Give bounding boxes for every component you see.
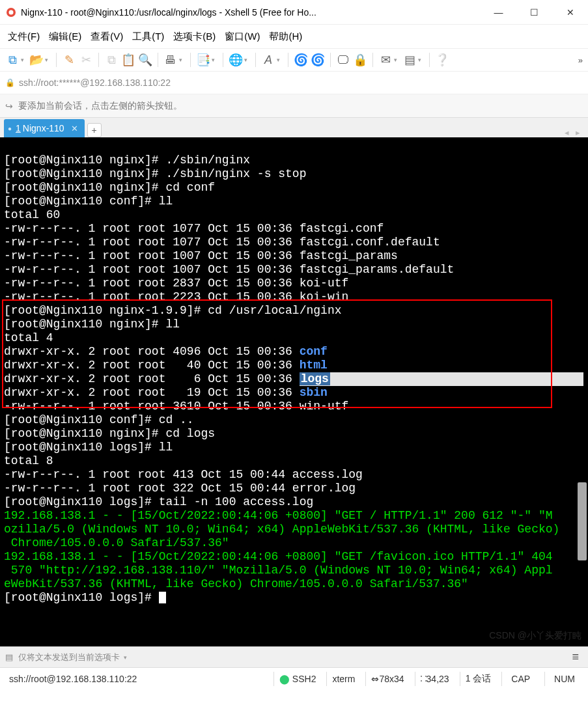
term-line: total 8 bbox=[4, 454, 53, 467]
terminal[interactable]: [root@Nginx110 nginx]# ./sbin/nginx [roo… bbox=[0, 137, 588, 646]
dir-html: html bbox=[300, 359, 328, 372]
tab-close-icon[interactable]: ✕ bbox=[71, 124, 78, 133]
term-line: [root@Nginx110 nginx-1.9.9]# cd /usr/loc… bbox=[4, 304, 341, 317]
term-line: eWebKit/537.36 (KHTML, like Gecko) Chrom… bbox=[4, 577, 468, 590]
menu-view[interactable]: 查看(V) bbox=[91, 31, 123, 43]
term-line: Chrome/105.0.0.0 Safari/537.36" bbox=[4, 536, 229, 549]
menu-edit[interactable]: 编辑(E) bbox=[49, 31, 81, 43]
term-line: -rw-r--r--. 1 root root 322 Oct 15 00:44… bbox=[4, 482, 356, 495]
open-icon[interactable]: 📂 bbox=[29, 52, 44, 68]
term-line: 192.168.138.1 - - [15/Oct/2022:00:44:06 … bbox=[4, 550, 553, 563]
term-line: [root@Nginx110 conf]# ll bbox=[4, 195, 173, 208]
xshell-icon[interactable]: 🌀 bbox=[294, 52, 308, 68]
term-line: [root@Nginx110 nginx]# cd logs bbox=[4, 427, 215, 440]
status-caps: CAP bbox=[501, 672, 539, 686]
status-size: ⇔ 78x34 bbox=[365, 672, 409, 686]
screen-icon[interactable]: 🖵 bbox=[336, 52, 350, 68]
term-line: [root@Nginx110 conf]# cd .. bbox=[4, 413, 194, 426]
font-icon[interactable]: A bbox=[261, 52, 275, 68]
dir-sbin: sbin bbox=[300, 386, 328, 399]
xftp-icon[interactable]: 🌀 bbox=[311, 52, 325, 68]
term-prompt: [root@Nginx110 logs]# bbox=[4, 591, 166, 604]
cursor-icon bbox=[159, 592, 166, 603]
term-line: total 60 bbox=[4, 208, 60, 221]
terminal-scrollbar[interactable] bbox=[578, 482, 587, 560]
term-line: [root@Nginx110 nginx]# ll bbox=[4, 318, 180, 331]
status-bar: ssh://root@192.168.138.110:22 ⬤SSH2 xter… bbox=[0, 667, 588, 689]
term-line: 192.168.138.1 - - [15/Oct/2022:00:44:06 … bbox=[4, 509, 553, 522]
compose-bar: ▤ 仅将文本发送到当前选项卡 ▾ ≡ bbox=[0, 646, 588, 667]
reconnect-icon[interactable]: ✎ bbox=[62, 52, 76, 68]
compose-bar-icon[interactable]: ▤ bbox=[402, 52, 417, 68]
term-line: drwxr-xr-x. 2 root root 19 Oct 15 00:36 … bbox=[4, 386, 328, 399]
minimize-button[interactable]: — bbox=[481, 0, 516, 25]
paste-icon[interactable]: 📋 bbox=[121, 52, 135, 68]
dir-logs: logs bbox=[300, 372, 330, 385]
tab-next-icon[interactable]: ▸ bbox=[576, 128, 580, 137]
toolbar-overflow-icon[interactable]: » bbox=[578, 55, 583, 65]
status-cursor: ⸬ 34,23 bbox=[415, 672, 455, 686]
tip-arrow-icon[interactable]: ↪ bbox=[5, 101, 13, 111]
compose-dropdown-icon[interactable]: ▾ bbox=[124, 654, 127, 661]
term-line: -rw-r--r--. 1 root root 1077 Oct 15 00:3… bbox=[4, 236, 440, 249]
add-tab-button[interactable]: + bbox=[87, 123, 102, 137]
title-bar: Nignx-110 - root@Nginx110:/usr/local/ngi… bbox=[0, 0, 588, 25]
status-sessions: 1 会话 bbox=[460, 672, 497, 686]
watermark-text: CSDN @小丫头爱打盹 bbox=[489, 629, 581, 642]
term-line: total 4 bbox=[4, 331, 53, 344]
address-bar[interactable]: 🔒 ssh://root:******@192.168.138.110:22 bbox=[0, 72, 588, 94]
close-button[interactable]: ✕ bbox=[552, 0, 588, 25]
compose-icon[interactable]: ✉ bbox=[378, 52, 393, 68]
term-line: ozilla/5.0 (Windows NT 10.0; Win64; x64)… bbox=[4, 523, 559, 536]
term-line: [root@Nginx110 nginx]# ./sbin/nginx -s s… bbox=[4, 167, 306, 180]
compose-menu-icon[interactable]: ≡ bbox=[568, 650, 583, 664]
term-line: -rw-r--r--. 1 root root 413 Oct 15 00:44… bbox=[4, 468, 363, 481]
menu-file[interactable]: 文件(F) bbox=[8, 31, 40, 43]
new-tab-icon[interactable]: ⧉ bbox=[5, 52, 20, 68]
app-icon bbox=[5, 7, 17, 18]
status-address: ssh://root@192.168.138.110:22 bbox=[4, 672, 268, 686]
menu-tabs[interactable]: 选项卡(B) bbox=[173, 31, 216, 43]
status-term: xterm bbox=[326, 672, 360, 686]
hint-bar: ↪ 要添加当前会话，点击左侧的箭头按钮。 bbox=[0, 94, 588, 118]
term-line: 570 "http://192.168.138.110/" "Mozilla/5… bbox=[4, 564, 553, 577]
print-icon[interactable]: 🖶 bbox=[163, 52, 178, 68]
find-icon[interactable]: 🔍 bbox=[138, 52, 152, 68]
term-line: [root@Nginx110 logs]# tail -n 100 access… bbox=[4, 495, 313, 508]
term-line: drwxr-xr-x. 2 root root 4096 Oct 15 00:3… bbox=[4, 345, 328, 358]
term-line: -rw-r--r--. 1 root root 1007 Oct 15 00:3… bbox=[4, 263, 454, 276]
hint-text: 要添加当前会话，点击左侧的箭头按钮。 bbox=[18, 100, 182, 112]
term-line: drwxr-xr-x. 2 root root 6 Oct 15 00:36 l… bbox=[4, 372, 583, 385]
tab-bullet-icon: ● bbox=[8, 125, 12, 132]
tab-index: 1 bbox=[16, 123, 21, 133]
maximize-button[interactable]: ☐ bbox=[516, 0, 552, 25]
menu-window[interactable]: 窗口(W) bbox=[225, 31, 260, 43]
disconnect-icon[interactable]: ✂ bbox=[79, 52, 93, 68]
menu-tools[interactable]: 工具(T) bbox=[132, 31, 164, 43]
term-line: [root@Nginx110 logs]# ll bbox=[4, 441, 173, 454]
lock-small-icon: 🔒 bbox=[5, 78, 15, 87]
compose-placeholder[interactable]: 仅将文本发送到当前选项卡 bbox=[18, 652, 120, 663]
toolbar: ⧉▾ 📂▾ ✎ ✂ ⧉ 📋 🔍 🖶▾ 📑▾ 🌐▾ A▾ 🌀 🌀 🖵 🔒 ✉▾ ▤… bbox=[0, 48, 588, 72]
globe-icon[interactable]: 🌐 bbox=[229, 52, 243, 68]
term-line: -rw-r--r--. 1 root root 1007 Oct 15 00:3… bbox=[4, 249, 398, 262]
term-line: -rw-r--r--. 1 root root 1077 Oct 15 00:3… bbox=[4, 222, 384, 235]
status-num: NUM bbox=[544, 672, 584, 686]
session-tab[interactable]: ● 1 Nignx-110 ✕ bbox=[4, 119, 85, 137]
term-line: -rw-r--r--. 1 root root 2837 Oct 15 00:3… bbox=[4, 277, 348, 290]
tab-strip: ● 1 Nignx-110 ✕ + ◂ ▸ bbox=[0, 118, 588, 137]
menu-help[interactable]: 帮助(H) bbox=[269, 31, 302, 43]
tab-nav: ◂ ▸ bbox=[565, 128, 588, 137]
term-line: -rw-r--r--. 1 root root 3610 Oct 15 00:3… bbox=[4, 400, 348, 413]
copy-icon[interactable]: ⧉ bbox=[104, 52, 119, 68]
term-line: [root@Nginx110 nginx]# ./sbin/nginx bbox=[4, 154, 250, 167]
tab-prev-icon[interactable]: ◂ bbox=[565, 128, 569, 137]
properties-icon[interactable]: 📑 bbox=[196, 52, 210, 68]
tab-label: Nignx-110 bbox=[23, 123, 64, 133]
help-icon[interactable]: ❔ bbox=[435, 52, 449, 68]
window-title: Nignx-110 - root@Nginx110:/usr/local/ngi… bbox=[21, 7, 481, 18]
window-controls: — ☐ ✕ bbox=[481, 0, 588, 24]
dir-conf: conf bbox=[300, 345, 328, 358]
lock-icon[interactable]: 🔒 bbox=[353, 52, 367, 68]
send-mode-icon[interactable]: ▤ bbox=[5, 652, 13, 662]
